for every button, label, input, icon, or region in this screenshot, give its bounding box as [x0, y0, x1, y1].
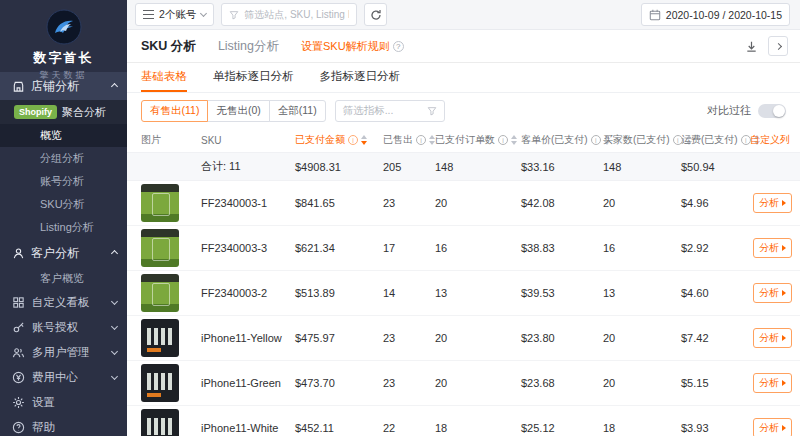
product-image	[141, 409, 179, 436]
sku-rule-link[interactable]: 设置SKU解析规则 ?	[301, 39, 404, 54]
chevron-up-icon	[111, 82, 118, 89]
chevron-up-icon	[111, 249, 118, 256]
gear-icon	[12, 396, 25, 409]
caret-right-icon	[782, 290, 786, 296]
funnel-icon	[229, 10, 239, 20]
chevron-right-icon	[774, 42, 781, 49]
expand-button[interactable]	[768, 36, 788, 56]
chevron-down-icon	[111, 348, 118, 355]
analyze-button[interactable]: 分析	[753, 418, 792, 436]
sidebar-item-custom-dashboard[interactable]: 自定义看板	[0, 290, 127, 315]
tabs-row: SKU 分析 Listing分析 设置SKU解析规则 ?	[127, 30, 800, 63]
analyze-button[interactable]: 分析	[753, 328, 792, 348]
shopify-badge: Shopify	[14, 105, 57, 119]
product-image	[141, 274, 179, 312]
help-icon	[12, 421, 25, 434]
tab-sku-analysis[interactable]: SKU 分析	[141, 30, 196, 62]
metric-filter-select[interactable]: 筛选指标...	[335, 100, 445, 122]
analyze-button[interactable]: 分析	[753, 193, 792, 213]
filter-sold-button[interactable]: 有售出(11)	[141, 100, 208, 122]
cell-sku: iPhone11-Yellow	[201, 332, 295, 344]
col-paid-orders[interactable]: 已支付订单数	[435, 133, 521, 147]
filter-all-button[interactable]: 全部(11)	[269, 100, 326, 122]
sidebar-item-label: 费用中心	[32, 370, 105, 385]
sidebar-item-customer-overview[interactable]: 客户概览	[0, 267, 127, 290]
site-filter	[221, 3, 357, 26]
help-icon[interactable]: ?	[393, 41, 404, 52]
info-icon[interactable]	[673, 135, 683, 145]
subtab-multi-metric-daily[interactable]: 多指标逐日分析	[320, 63, 401, 92]
col-unit-price[interactable]: 客单价(已支付)	[521, 133, 603, 147]
summary-buyers: 148	[603, 161, 681, 173]
chevron-down-icon	[111, 298, 118, 305]
col-buyers[interactable]: 买家数(已支付)	[603, 133, 681, 147]
aggregate-label: 聚合分析	[62, 105, 106, 120]
compare-past-toggle[interactable]	[758, 104, 786, 118]
col-shipping[interactable]: 运费(已支付)	[681, 133, 751, 147]
analyze-button[interactable]: 分析	[753, 238, 792, 258]
filter-unsold-button[interactable]: 无售出(0)	[207, 100, 269, 122]
table-row: iPhone11-White $452.11 22 18 $25.12 18 $…	[127, 406, 800, 436]
date-range-picker[interactable]: 2020-10-09 / 2020-10-15	[641, 3, 790, 26]
brand-logo	[46, 9, 82, 45]
info-icon[interactable]	[741, 135, 751, 145]
sidebar-item-settings[interactable]: 设置	[0, 390, 127, 415]
accounts-select[interactable]: 2个账号	[135, 3, 214, 26]
table-header-row: 图片 SKU 已支付金额 已售出 已支付订单数	[127, 128, 800, 153]
sidebar-item-label: 设置	[32, 395, 117, 410]
download-button[interactable]	[745, 40, 758, 53]
tab-listing-analysis[interactable]: Listing分析	[218, 30, 279, 62]
info-icon[interactable]	[591, 135, 601, 145]
main-area: 2个账号 2020-10-09 / 2020-10-15	[127, 0, 800, 436]
subtab-single-metric-daily[interactable]: 单指标逐日分析	[213, 63, 294, 92]
sidebar-item-group-analysis[interactable]: 分组分析	[0, 147, 127, 170]
sidebar-item-multi-user[interactable]: 多用户管理	[0, 340, 127, 365]
chevron-down-icon	[111, 323, 118, 330]
product-image	[141, 364, 179, 402]
sidebar-item-help[interactable]: 帮助	[0, 415, 127, 436]
cell-sku: FF2340003-3	[201, 242, 295, 254]
brand-title: 数字首长	[0, 49, 127, 67]
sort-icon	[511, 135, 517, 145]
app-root: 数字首长 擎天数据 店铺分析 Shopify 聚合分析 概览 分组分析 账号分析…	[0, 0, 800, 436]
date-range-label: 2020-10-09 / 2020-10-15	[666, 9, 782, 21]
sidebar-item-sku-analysis[interactable]: SKU分析	[0, 193, 127, 216]
subtab-basic-table[interactable]: 基础表格	[141, 63, 187, 92]
product-image	[141, 229, 179, 267]
table-row: FF2340003-3 $621.34 17 16 $38.83 16 $2.9…	[127, 226, 800, 271]
analyze-button[interactable]: 分析	[753, 283, 792, 303]
col-custom[interactable]: 自定义列	[751, 133, 800, 147]
refresh-icon	[370, 9, 382, 21]
caret-right-icon	[782, 200, 786, 206]
sidebar-group-customer[interactable]: 客户分析	[0, 239, 127, 267]
download-icon	[745, 40, 758, 53]
menu-icon	[143, 10, 154, 19]
sidebar-item-billing[interactable]: 费用中心	[0, 365, 127, 390]
calendar-icon	[649, 9, 661, 21]
analyze-button[interactable]: 分析	[753, 373, 792, 393]
content-card: SKU 分析 Listing分析 设置SKU解析规则 ? 基础表格 单指标逐日分…	[127, 30, 800, 436]
refresh-button[interactable]	[364, 3, 387, 26]
info-icon[interactable]	[348, 135, 358, 145]
fee-icon	[12, 371, 25, 384]
funnel-icon	[427, 106, 437, 116]
table-row: FF2340003-2 $513.89 14 13 $39.53 13 $4.6…	[127, 271, 800, 316]
col-sold[interactable]: 已售出	[383, 133, 435, 147]
caret-right-icon	[782, 425, 786, 431]
site-filter-input[interactable]	[244, 9, 349, 20]
topbar: 2个账号 2020-10-09 / 2020-10-15	[127, 0, 800, 30]
info-icon[interactable]	[498, 135, 508, 145]
col-paid-amount[interactable]: 已支付金额	[295, 133, 383, 147]
filter-row: 有售出(11) 无售出(0) 全部(11) 筛选指标... 对比过往	[127, 93, 800, 128]
col-sku: SKU	[201, 135, 295, 146]
cell-sku: FF2340003-2	[201, 287, 295, 299]
sidebar-item-account-analysis[interactable]: 账号分析	[0, 170, 127, 193]
sidebar-item-overview[interactable]: 概览	[0, 124, 127, 147]
sidebar-item-account-auth[interactable]: 账号授权	[0, 315, 127, 340]
table-row: iPhone11-Yellow $475.97 23 20 $23.80 20 …	[127, 316, 800, 361]
sidebar-item-listing-analysis[interactable]: Listing分析	[0, 216, 127, 239]
col-image: 图片	[141, 133, 201, 147]
sidebar-item-aggregate[interactable]: Shopify 聚合分析	[0, 100, 127, 124]
info-icon[interactable]	[416, 135, 426, 145]
store-icon	[12, 80, 25, 93]
